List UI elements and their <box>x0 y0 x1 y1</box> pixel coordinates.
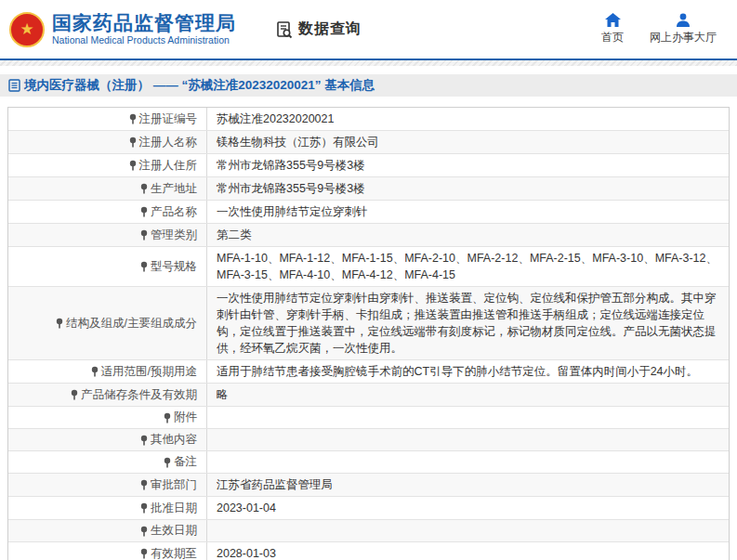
agency-brand: 国家药品监督管理局 National Medical Products Admi… <box>52 12 236 46</box>
row-label: 管理类别 <box>151 228 197 243</box>
table-row: 备注 <box>8 451 729 474</box>
pin-icon <box>139 526 149 537</box>
data-query-menu[interactable]: 数据查询 <box>275 20 362 39</box>
pin-icon <box>139 502 149 514</box>
table-row: 注册证编号 苏械注准20232020021 <box>8 108 729 131</box>
row-label: 注册证编号 <box>139 111 198 127</box>
pin-icon <box>70 389 79 400</box>
agency-title: 国家药品监督管理局 <box>52 12 236 33</box>
row-value: 镁格生物科技（江苏）有限公司 <box>217 134 379 150</box>
pin-icon <box>139 548 149 559</box>
pin-icon <box>55 318 64 329</box>
agency-subtitle: National Medical Products Administration <box>52 35 236 46</box>
registration-info-table: 注册证编号 苏械注准20232020021 注册人名称 镁格生物科技（江苏）有限… <box>7 107 730 560</box>
row-value: 常州市龙锦路355号9号楼3楼 <box>217 180 365 197</box>
nav-item-label: 首页 <box>601 30 624 46</box>
row-value: 第二类 <box>217 227 252 243</box>
row-label: 结构及组成/主要组成成分 <box>66 316 197 332</box>
nav-item-home[interactable]: 首页 <box>601 13 624 46</box>
pin-icon <box>139 261 149 272</box>
row-value: 常州市龙锦路355号9号楼3楼 <box>217 157 365 174</box>
table-row: 生效日期 <box>8 520 729 542</box>
table-row: 批准日期 2023-01-04 <box>8 497 729 520</box>
breadcrumb: 境内医疗器械（注册） —— “苏械注准20232020021” 基本信息 <box>8 77 375 94</box>
pin-icon <box>139 229 149 241</box>
row-value: 适用于肺结节患者接受胸腔镜手术前的CT引导下的肺小结节定位。留置体内时间小于24… <box>217 363 698 380</box>
pin-icon <box>139 479 149 490</box>
home-icon <box>605 13 621 27</box>
row-value: 一次性使用肺结节定位穿刺针由穿刺针、推送装置、定位钩、定位线和保护管五部分构成。… <box>217 290 719 357</box>
top-nav: 首页 网上办事大厅 <box>601 13 717 46</box>
pin-icon <box>128 160 138 171</box>
table-row: 注册人住所 常州市龙锦路355号9号楼3楼 <box>8 154 729 177</box>
hatch-band <box>0 60 737 66</box>
pin-icon <box>163 457 172 468</box>
table-row: 型号规格 MFA-1-10、MFA-1-12、MFA-1-15、MFA-2-10… <box>8 247 729 287</box>
page-title: 境内医疗器械（注册） —— “苏械注准20232020021” 基本信息 <box>24 77 375 94</box>
user-icon <box>676 13 691 27</box>
row-label: 备注 <box>174 454 197 470</box>
nav-item-service-hall[interactable]: 网上办事大厅 <box>650 13 717 46</box>
row-value: 一次性使用肺结节定位穿刺针 <box>217 203 368 220</box>
pin-icon <box>139 435 149 446</box>
table-row: 产品名称 一次性使用肺结节定位穿刺针 <box>8 201 729 224</box>
row-label: 生产地址 <box>151 181 197 197</box>
row-value: MFA-1-10、MFA-1-12、MFA-1-15、MFA-2-10、MFA-… <box>217 250 719 283</box>
page-header: ★ 国家药品监督管理局 National Medical Products Ad… <box>0 0 737 59</box>
row-label: 产品储存条件及有效期 <box>81 387 197 403</box>
row-label: 审批部门 <box>151 477 197 493</box>
national-emblem-logo: ★ <box>9 12 45 47</box>
row-value: 略 <box>217 386 229 403</box>
table-row: 管理类别 第二类 <box>8 224 729 247</box>
pin-icon <box>163 412 172 423</box>
pin-icon <box>139 206 149 217</box>
data-query-label: 数据查询 <box>298 20 362 39</box>
row-value: 江苏省药品监督管理局 <box>217 476 333 493</box>
table-row: 生产地址 常州市龙锦路355号9号楼3楼 <box>8 177 729 201</box>
table-row: 审批部门 江苏省药品监督管理局 <box>8 474 729 497</box>
row-label: 批准日期 <box>151 501 197 516</box>
table-row: 结构及组成/主要组成成分 一次性使用肺结节定位穿刺针由穿刺针、推送装置、定位钩、… <box>8 287 729 360</box>
table-row: 适用范围/预期用途 适用于肺结节患者接受胸腔镜手术前的CT引导下的肺小结节定位。… <box>8 360 729 384</box>
pin-icon <box>128 137 138 148</box>
pin-icon <box>139 183 149 194</box>
row-label: 有效期至 <box>151 546 197 560</box>
row-value: 苏械注准20232020021 <box>217 111 334 127</box>
row-label: 附件 <box>174 410 197 425</box>
document-icon <box>8 79 24 92</box>
table-row: 注册人名称 镁格生物科技（江苏）有限公司 <box>8 131 729 154</box>
row-value: 2023-01-04 <box>217 500 276 516</box>
pin-icon <box>128 113 138 124</box>
nav-item-label: 网上办事大厅 <box>650 30 717 46</box>
document-search-icon <box>275 20 298 39</box>
row-label: 型号规格 <box>151 259 197 275</box>
row-label: 适用范围/预期用途 <box>101 364 197 380</box>
row-label: 注册人名称 <box>139 135 198 150</box>
table-row: 产品储存条件及有效期 略 <box>8 384 729 407</box>
table-row: 有效期至 2028-01-03 <box>8 542 729 560</box>
row-label: 产品名称 <box>151 204 197 220</box>
table-row: 附件 <box>8 407 729 429</box>
row-label: 生效日期 <box>151 523 197 539</box>
row-value: 2028-01-03 <box>217 545 276 560</box>
row-label: 其他内容 <box>151 432 197 448</box>
row-label: 注册人住所 <box>139 158 198 174</box>
table-row: 其他内容 <box>8 429 729 451</box>
breadcrumb-bar: 境内医疗器械（注册） —— “苏械注准20232020021” 基本信息 <box>0 74 737 97</box>
pin-icon <box>90 366 99 377</box>
